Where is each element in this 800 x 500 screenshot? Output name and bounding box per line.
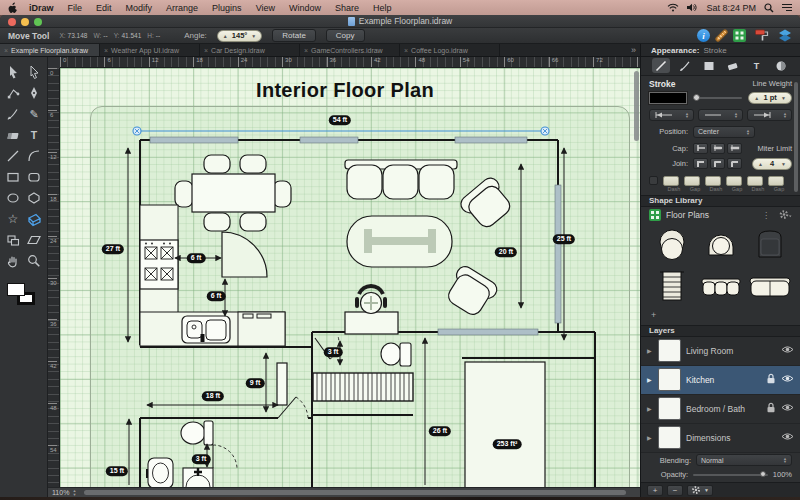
blending-dropdown[interactable]: Normal▲▼	[696, 454, 792, 466]
toilet-hall[interactable]	[381, 343, 411, 366]
stove[interactable]	[140, 240, 178, 289]
arrow-end-dropdown[interactable]: ▲▼	[747, 109, 792, 121]
minimize-window-button[interactable]	[21, 18, 29, 26]
layer-row-living-room[interactable]: ▶ Living Room	[641, 337, 800, 366]
shape-stairs[interactable]	[652, 269, 692, 307]
layer-row-bedroom-bath[interactable]: ▶ Bedroom / Bath	[641, 395, 800, 424]
menu-item[interactable]: iDraw	[29, 3, 54, 13]
menu-item[interactable]: File	[68, 3, 83, 13]
tab-close-icon[interactable]: ×	[304, 47, 308, 54]
direct-select-tool-icon[interactable]	[24, 62, 44, 82]
lock-icon[interactable]	[766, 373, 776, 386]
arrow-start-dropdown[interactable]: ▲▼	[649, 109, 694, 121]
hand-tool-icon[interactable]	[3, 251, 23, 271]
opacity-slider[interactable]	[693, 474, 768, 476]
gap-field-1[interactable]	[684, 176, 700, 186]
panel-scrollbar[interactable]	[794, 82, 798, 192]
bed[interactable]	[465, 362, 545, 487]
cap-square-button[interactable]	[727, 143, 742, 154]
office-chair[interactable]	[355, 286, 387, 313]
pencil-tool-icon[interactable]: ✎	[24, 104, 44, 124]
dash-field-2[interactable]	[705, 176, 721, 186]
star-tool-icon[interactable]: ☆	[3, 209, 23, 229]
dim-badge-27ft[interactable]: 27 ft	[102, 244, 124, 254]
shape-3d-tool-icon[interactable]	[24, 209, 44, 229]
miter-limit-stepper[interactable]: ▲4▼	[752, 158, 792, 170]
cap-round-button[interactable]	[710, 143, 725, 154]
horizontal-scrollbar[interactable]	[84, 490, 626, 495]
door-swings[interactable]	[213, 336, 339, 469]
floorplan-title-text[interactable]: Interior Floor Plan	[256, 79, 434, 102]
style-roller-icon[interactable]	[755, 29, 769, 42]
collection-dropdown[interactable]: Floor Plans	[666, 210, 757, 220]
fill-mode-icon[interactable]	[700, 58, 718, 73]
stepper-up-icon[interactable]: ▲	[223, 33, 228, 39]
volume-icon[interactable]	[687, 3, 698, 12]
menu-item[interactable]: Help	[373, 3, 392, 13]
menu-item[interactable]: Modify	[126, 3, 153, 13]
tab-close-icon[interactable]: ×	[204, 47, 208, 54]
disclosure-icon[interactable]: ▶	[647, 434, 653, 441]
tab-close-icon[interactable]: ×	[4, 47, 8, 54]
dim-badge-54ft[interactable]: 54 ft	[329, 115, 351, 125]
dash-pattern-checkbox[interactable]	[649, 176, 658, 185]
eye-icon[interactable]	[781, 374, 794, 385]
vertical-scrollbar[interactable]	[634, 71, 639, 141]
tab-close-icon[interactable]: ×	[104, 47, 108, 54]
dim-badge-3ft-a[interactable]: 3 ft	[324, 347, 343, 357]
rectangle-tool-icon[interactable]	[3, 167, 23, 187]
angle-stepper[interactable]: ▲ 145° ▼	[217, 30, 262, 42]
line-tool-icon[interactable]	[3, 146, 23, 166]
title-bar[interactable]: Example Floorplan.idraw	[0, 15, 800, 28]
artboard-tool-icon[interactable]	[3, 230, 23, 250]
dash-field-1[interactable]	[663, 176, 679, 186]
kitchen-sink[interactable]	[182, 316, 230, 343]
eraser-mode-icon[interactable]	[724, 58, 742, 73]
ruler-panel-icon[interactable]	[714, 28, 728, 42]
dim-badge-6ft-b[interactable]: 6 ft	[207, 291, 226, 301]
zoom-control[interactable]: 110% ▲▼	[52, 489, 76, 496]
copy-button[interactable]: Copy	[326, 29, 365, 42]
toilet-bathroom[interactable]	[181, 421, 213, 445]
gap-field-3[interactable]	[768, 176, 784, 186]
menu-item[interactable]: View	[256, 3, 275, 13]
notification-center-icon[interactable]	[782, 3, 792, 12]
area-badge-253[interactable]: 253 ft²	[493, 439, 522, 449]
dim-badge-6ft-a[interactable]: 6 ft	[187, 253, 206, 263]
ellipse-tool-icon[interactable]	[3, 188, 23, 208]
shape-lounge-chair[interactable]	[652, 227, 692, 267]
rounded-rectangle-tool-icon[interactable]	[24, 167, 44, 187]
dim-badge-3ft-b[interactable]: 3 ft	[192, 454, 211, 464]
apple-menu-icon[interactable]	[8, 2, 19, 13]
menu-item[interactable]: Plugins	[212, 3, 242, 13]
menu-item[interactable]: Arrange	[166, 3, 198, 13]
shear-tool-icon[interactable]	[24, 230, 44, 250]
dim-badge-25ft[interactable]: 25 ft	[553, 234, 575, 244]
layer-options-gear-icon[interactable]: ▼	[687, 485, 713, 496]
rotate-button[interactable]: Rotate	[272, 29, 316, 42]
join-round-button[interactable]	[710, 158, 725, 169]
eye-icon[interactable]	[781, 432, 794, 443]
collection-menu-icon[interactable]: ⋮	[762, 211, 770, 220]
shape-sofa-sectional[interactable]	[699, 269, 743, 307]
arc-tool-icon[interactable]	[24, 146, 44, 166]
shower[interactable]	[183, 468, 213, 487]
add-layer-button[interactable]: +	[647, 485, 663, 496]
brush-mode-icon[interactable]	[676, 58, 694, 73]
dim-badge-26ft[interactable]: 26 ft	[429, 426, 451, 436]
tab-example-floorplan[interactable]: × Example Floorplan.idraw	[0, 44, 100, 56]
shape-couch[interactable]	[748, 269, 792, 307]
shadow-mode-icon[interactable]	[772, 58, 790, 73]
tab-car-design[interactable]: × Car Design.idraw	[200, 44, 300, 56]
stroke-mode-icon[interactable]	[652, 58, 670, 73]
disclosure-icon[interactable]: ▶	[647, 347, 653, 354]
stroke-width-slider[interactable]	[693, 97, 743, 99]
text-tool-icon[interactable]: T	[24, 125, 44, 145]
eye-icon[interactable]	[781, 345, 794, 356]
dash-field-3[interactable]	[747, 176, 763, 186]
line-style-dropdown[interactable]: ▲▼	[698, 109, 743, 121]
shape-tub-chair[interactable]	[701, 227, 741, 267]
menu-item[interactable]: Edit	[96, 3, 112, 13]
line-weight-stepper[interactable]: ▲1 pt▼	[748, 92, 792, 104]
tab-gamecontrollers[interactable]: × GameControllers.idraw	[300, 44, 400, 56]
